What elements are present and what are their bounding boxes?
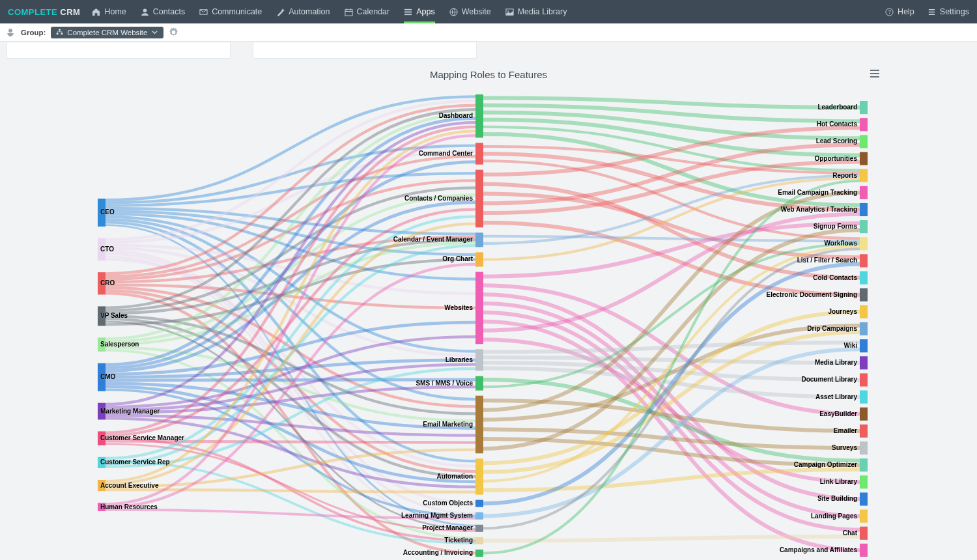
sankey-node-label: List / Filter / Search — [797, 257, 857, 264]
svg-point-11 — [8, 29, 12, 33]
sankey-node[interactable] — [860, 322, 868, 335]
sankey-node[interactable] — [860, 339, 868, 352]
svg-rect-13 — [57, 33, 59, 35]
sankey-node[interactable] — [860, 169, 868, 182]
group-row: Group: Complete CRM Website — [0, 23, 977, 42]
sankey-node[interactable] — [860, 425, 868, 438]
sankey-node[interactable] — [475, 550, 483, 557]
sankey-node-label: Lead Scoring — [816, 137, 857, 145]
sankey-node-label: Emailer — [834, 427, 857, 434]
sankey-node[interactable] — [860, 305, 868, 318]
sankey-chart-wrap: Mapping Roles to Features CEOCTOCROVP Sa… — [0, 69, 977, 560]
card-area — [0, 42, 977, 59]
svg-rect-3 — [404, 8, 412, 10]
hamburger-icon — [869, 68, 881, 79]
nav-automation[interactable]: Automation — [276, 7, 330, 16]
sankey-node[interactable] — [475, 396, 483, 454]
sankey-node[interactable] — [860, 492, 868, 505]
sankey-chart[interactable]: CEOCTOCROVP SalesSalespersonCMOMarketing… — [0, 81, 977, 560]
sankey-node[interactable] — [860, 186, 868, 199]
sankey-node[interactable] — [475, 170, 483, 228]
sankey-node-label: CEO — [100, 208, 115, 216]
sankey-node-label: Workflows — [825, 240, 858, 247]
sankey-node[interactable] — [860, 118, 868, 131]
sankey-node-label: Leaderboard — [817, 104, 857, 111]
nav-home[interactable]: Home — [92, 7, 126, 16]
sankey-node[interactable] — [860, 475, 868, 488]
sankey-node[interactable] — [860, 220, 868, 233]
sankey-node-label: Signup Forms — [814, 223, 858, 230]
sankey-node-label: Project Manager — [422, 524, 473, 531]
nav-settings[interactable]: Settings — [927, 7, 969, 16]
home-icon — [92, 8, 100, 16]
globe-icon — [449, 8, 458, 16]
sankey-node[interactable] — [860, 510, 868, 523]
sankey-node[interactable] — [860, 203, 868, 216]
sankey-node-label: Site Building — [817, 495, 857, 502]
svg-point-8 — [507, 10, 509, 12]
sankey-node[interactable] — [860, 527, 868, 540]
sankey-node[interactable] — [860, 254, 868, 267]
group-dropdown[interactable]: Complete CRM Website — [51, 27, 163, 38]
sankey-node[interactable] — [860, 152, 868, 165]
sankey-node-label: Asset Library — [815, 393, 857, 400]
sankey-node-label: Websites — [444, 304, 473, 311]
sankey-node-label: Link Library — [820, 478, 858, 485]
sankey-node-label: CMO — [100, 373, 116, 380]
sankey-node[interactable] — [860, 101, 868, 114]
sankey-node[interactable] — [860, 441, 868, 455]
sankey-node[interactable] — [860, 408, 868, 421]
sankey-node[interactable] — [860, 356, 868, 369]
nav-help[interactable]: ?Help — [885, 7, 914, 16]
sankey-node-label: Landing Pages — [811, 512, 858, 520]
sankey-node-label: Ticketing — [444, 537, 473, 544]
sankey-node[interactable] — [860, 544, 868, 557]
sankey-node-label: Journeys — [828, 308, 858, 315]
nav-website[interactable]: Website — [449, 7, 491, 16]
nav-apps[interactable]: Apps — [404, 7, 435, 23]
sankey-node[interactable] — [475, 349, 483, 371]
sankey-node[interactable] — [860, 373, 868, 386]
sankey-node[interactable] — [475, 458, 483, 494]
card-empty-1 — [7, 42, 231, 59]
sankey-node[interactable] — [475, 94, 483, 137]
sankey-node[interactable] — [860, 237, 868, 250]
sankey-node[interactable] — [475, 500, 483, 507]
sankey-node-label: Salesperson — [100, 341, 139, 348]
sankey-node-label: Learning Mgmt System — [401, 512, 473, 519]
gear-icon[interactable] — [169, 27, 178, 37]
sankey-node[interactable] — [475, 537, 483, 544]
card-empty-2 — [253, 42, 477, 59]
nav-media-library[interactable]: Media Library — [505, 7, 567, 16]
group-label: Group: — [21, 29, 46, 36]
sankey-node[interactable] — [475, 272, 483, 344]
chart-title: Mapping Roles to Features — [0, 69, 977, 80]
sankey-node-label: Surveys — [832, 444, 857, 451]
sankey-node-label: Opportunities — [814, 155, 857, 162]
sankey-node-label: VP Sales — [100, 312, 128, 319]
sankey-link[interactable] — [483, 113, 860, 139]
sankey-node[interactable] — [475, 512, 483, 520]
nav-right: ?HelpSettings — [885, 7, 969, 16]
chart-hamburger-menu[interactable] — [869, 68, 881, 82]
sankey-node[interactable] — [860, 271, 868, 284]
sankey-node[interactable] — [475, 525, 483, 532]
nav-contacts[interactable]: Contacts — [141, 7, 185, 16]
sankey-node[interactable] — [860, 288, 868, 301]
brand-part1: COMPLETE — [8, 7, 57, 17]
sankey-node-label: Accounting / Invoicing — [403, 549, 473, 556]
sankey-node[interactable] — [860, 135, 868, 148]
svg-point-0 — [143, 8, 147, 12]
brand-part2: CRM — [57, 7, 80, 17]
sankey-node-label: Dashboard — [439, 112, 473, 119]
sankey-node[interactable] — [475, 232, 483, 247]
svg-rect-12 — [59, 29, 61, 31]
sankey-node[interactable] — [860, 458, 868, 471]
nav-communicate[interactable]: Communicate — [199, 7, 262, 16]
sankey-node[interactable] — [475, 376, 483, 391]
nav-calendar[interactable]: Calendar — [345, 7, 390, 16]
sankey-node[interactable] — [860, 391, 868, 404]
sankey-node-label: Campaigns and Affiliates — [780, 546, 858, 553]
sankey-node[interactable] — [475, 143, 483, 164]
sankey-node[interactable] — [475, 252, 483, 266]
